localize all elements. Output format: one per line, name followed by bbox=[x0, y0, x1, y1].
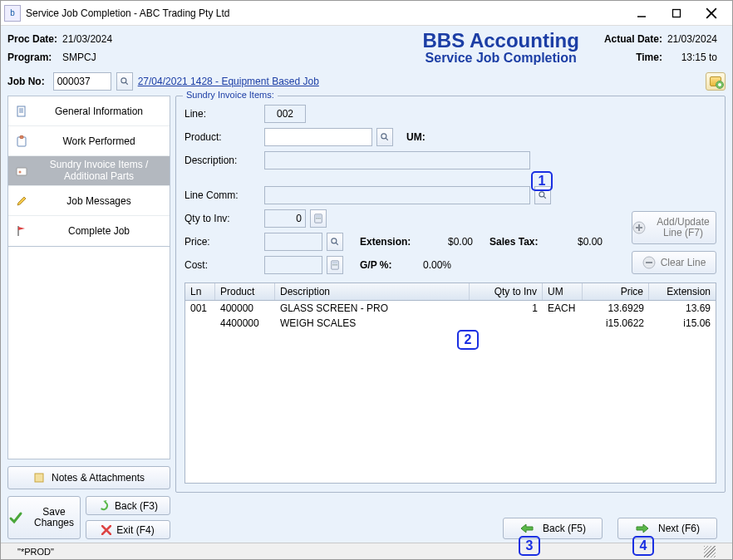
pencil-icon bbox=[15, 194, 28, 208]
add-update-label: Add/Update Line (F7) bbox=[651, 217, 716, 238]
product-input[interactable] bbox=[264, 128, 372, 146]
notes-icon bbox=[33, 472, 45, 484]
flag-icon bbox=[15, 224, 28, 238]
product-lookup-button[interactable] bbox=[376, 128, 393, 146]
cell-desc: WEIGH SCALES bbox=[275, 316, 470, 331]
nav-general-information[interactable]: General Information bbox=[8, 96, 170, 126]
cell-product: 400000 bbox=[215, 301, 275, 316]
nav-work-performed[interactable]: Work Performed bbox=[8, 126, 170, 156]
job-link[interactable]: 27/04/2021 1428 - Equipment Based Job bbox=[138, 76, 319, 87]
back-f3-label: Back (F3) bbox=[115, 500, 158, 512]
col-qty[interactable]: Qty to Inv bbox=[470, 283, 543, 300]
header: Proc Date: 21/03/2024 BBS Accounting Ser… bbox=[7, 31, 726, 66]
back-f3-button[interactable]: Back (F3) bbox=[86, 496, 170, 515]
nav-label: Sundry Invoice Items / Additional Parts bbox=[35, 160, 163, 181]
back-f5-button[interactable]: Back (F5) bbox=[503, 518, 603, 539]
minimize-button[interactable] bbox=[624, 2, 659, 24]
svg-rect-15 bbox=[35, 474, 43, 482]
add-update-line-button[interactable]: Add/Update Line (F7) bbox=[632, 211, 716, 244]
nav-label: Job Messages bbox=[35, 195, 163, 207]
cell-um bbox=[543, 316, 583, 331]
description-input[interactable] bbox=[264, 151, 530, 169]
cell-qty: 1 bbox=[470, 301, 543, 316]
nav-job-messages[interactable]: Job Messages bbox=[8, 186, 170, 216]
next-f6-button[interactable]: Next (F6) bbox=[617, 518, 717, 539]
svg-rect-33 bbox=[336, 264, 337, 265]
col-price[interactable]: Price bbox=[583, 283, 649, 300]
parts-icon bbox=[15, 165, 28, 178]
arrow-right-icon bbox=[635, 523, 650, 533]
time-label: Time: bbox=[604, 52, 667, 63]
job-no-lookup-button[interactable] bbox=[116, 72, 133, 91]
description-label: Description: bbox=[184, 155, 259, 166]
clear-line-button[interactable]: Clear Line bbox=[632, 251, 716, 274]
nav-complete-job[interactable]: Complete Job bbox=[8, 216, 170, 246]
col-ln[interactable]: Ln bbox=[185, 283, 215, 300]
table-row[interactable]: 4400000WEIGH SCALESi15.0622i15.06 bbox=[185, 316, 716, 331]
qty-input[interactable] bbox=[264, 209, 306, 228]
line-input[interactable] bbox=[264, 105, 306, 123]
back-f5-label: Back (F5) bbox=[543, 523, 586, 534]
nav-sundry-invoice[interactable]: Sundry Invoice Items / Additional Parts bbox=[8, 156, 170, 186]
brand-title: BBS Accounting bbox=[422, 31, 578, 51]
next-f6-label: Next (F6) bbox=[658, 523, 700, 534]
program-value: SMPCJ bbox=[62, 52, 397, 63]
cell-desc: GLASS SCREEN - PRO bbox=[275, 301, 470, 316]
exit-f4-button[interactable]: Exit (F4) bbox=[86, 520, 170, 539]
cell-ln: 001 bbox=[185, 301, 215, 316]
svg-line-21 bbox=[544, 196, 546, 199]
qty-label: Qty to Inv: bbox=[184, 213, 259, 224]
back-arrow-icon bbox=[98, 500, 110, 512]
svg-rect-1 bbox=[673, 9, 681, 17]
um-label: UM: bbox=[406, 131, 426, 143]
price-label: Price: bbox=[184, 236, 259, 248]
clipboard-icon bbox=[15, 135, 28, 148]
close-button[interactable] bbox=[694, 2, 729, 24]
svg-rect-11 bbox=[20, 135, 23, 138]
plus-icon bbox=[632, 221, 646, 234]
program-label: Program: bbox=[7, 52, 62, 63]
cell-ln bbox=[185, 316, 215, 331]
col-ext[interactable]: Extension bbox=[649, 283, 716, 300]
status-text: "*PROD" bbox=[17, 547, 54, 557]
svg-rect-23 bbox=[316, 215, 321, 217]
clear-line-label: Clear Line bbox=[661, 257, 706, 268]
save-changes-button[interactable]: Save Changes bbox=[7, 496, 81, 539]
notes-attachments-button[interactable]: Notes & Attachments bbox=[7, 466, 170, 489]
line-comm-label: Line Comm: bbox=[184, 189, 259, 201]
resize-grip-icon[interactable] bbox=[704, 546, 716, 558]
cell-price: i15.0622 bbox=[583, 316, 649, 331]
documents-icon[interactable] bbox=[706, 72, 726, 91]
window-title: Service Job Completion - ABC Trading Pty… bbox=[26, 7, 624, 19]
line-comm-input[interactable] bbox=[264, 186, 530, 204]
cost-calc-button[interactable] bbox=[327, 256, 343, 274]
proc-date-label: Proc Date: bbox=[7, 33, 62, 45]
line-comm-lookup-button[interactable] bbox=[534, 186, 551, 204]
cell-um: EACH bbox=[543, 301, 583, 316]
cost-input[interactable] bbox=[264, 256, 322, 274]
items-grid[interactable]: Ln Product Description Qty to Inv UM Pri… bbox=[184, 282, 716, 484]
svg-line-5 bbox=[125, 82, 128, 85]
nav-label: Work Performed bbox=[35, 135, 163, 147]
cell-qty bbox=[470, 316, 543, 331]
col-description[interactable]: Description bbox=[275, 283, 470, 300]
svg-rect-30 bbox=[332, 262, 337, 263]
side-nav: General Information Work Performed Sundr… bbox=[7, 96, 170, 247]
price-lookup-button[interactable] bbox=[327, 233, 343, 251]
price-input[interactable] bbox=[264, 233, 322, 251]
svg-rect-32 bbox=[334, 264, 336, 265]
svg-point-27 bbox=[332, 238, 337, 243]
line-label: Line: bbox=[184, 108, 259, 120]
svg-point-4 bbox=[121, 78, 126, 83]
table-row[interactable]: 001400000GLASS SCREEN - PRO1EACH13.69291… bbox=[185, 301, 716, 316]
col-product[interactable]: Product bbox=[215, 283, 275, 300]
col-um[interactable]: UM bbox=[543, 283, 583, 300]
job-no-input[interactable] bbox=[53, 72, 111, 91]
maximize-button[interactable] bbox=[659, 2, 694, 24]
qty-calc-button[interactable] bbox=[310, 209, 327, 228]
gp-value: 0.00% bbox=[423, 259, 473, 271]
actual-date-value: 21/03/2024 bbox=[667, 33, 726, 45]
svg-line-28 bbox=[336, 243, 338, 245]
svg-line-19 bbox=[386, 138, 388, 140]
extension-label: Extension: bbox=[360, 236, 418, 248]
